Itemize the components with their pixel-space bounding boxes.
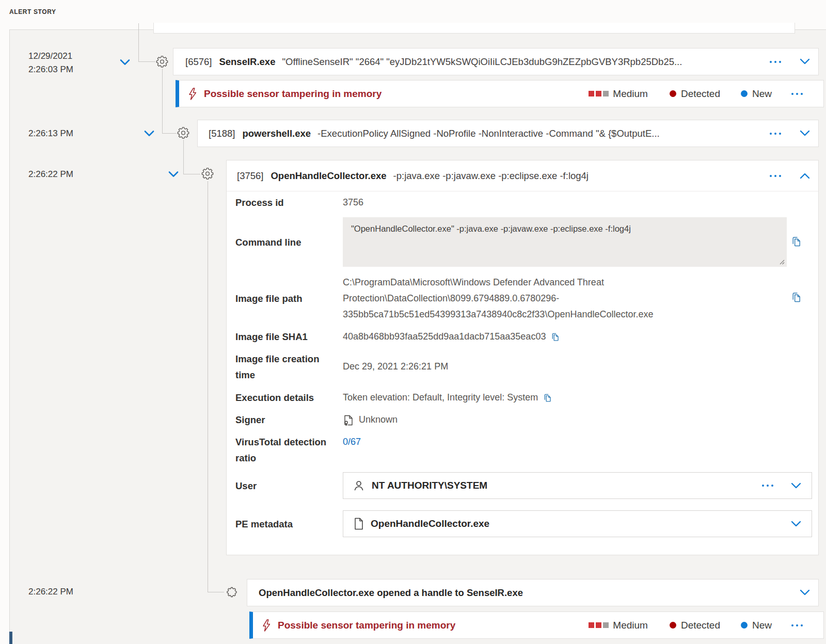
- collapse-chevron-icon[interactable]: [168, 171, 179, 178]
- event-title-text: OpenHandleCollector.exe opened a handle …: [259, 587, 523, 599]
- detail-value: Dec 29, 2021 2:26:21 PM: [343, 359, 448, 375]
- pe-metadata-row[interactable]: OpenHandleCollector.exe: [343, 510, 812, 537]
- process-name: SenseIR.exe: [219, 56, 275, 68]
- process-name: powershell.exe: [242, 128, 311, 139]
- detail-value: Unknown: [343, 412, 398, 428]
- panel-title: ALERT STORY: [9, 8, 56, 15]
- detail-label: Execution details: [235, 390, 314, 406]
- lightning-icon: [186, 87, 199, 101]
- process-card-senseir[interactable]: [6576] SenseIR.exe "OfflineSenseIR" "266…: [173, 48, 819, 75]
- process-title-row[interactable]: [3756] OpenHandleCollector.exe -p:java.e…: [227, 160, 818, 191]
- lightning-icon: [260, 619, 273, 632]
- detail-label: Command line: [235, 234, 301, 250]
- alert-status-cluster: Medium Detected New: [589, 620, 823, 631]
- certificate-icon: [343, 414, 354, 426]
- chevron-down-icon[interactable]: [791, 482, 801, 489]
- tree-connector: [208, 181, 208, 592]
- detail-value: 3756: [343, 195, 363, 211]
- detected-dot-icon: [670, 90, 676, 97]
- more-options-icon[interactable]: [791, 93, 803, 95]
- panel-splitter[interactable]: [9, 632, 12, 644]
- detection-status-label: Detected: [681, 620, 720, 631]
- investigation-state-label: New: [752, 620, 772, 631]
- alert-title: Possible sensor tampering in memory: [278, 620, 455, 631]
- command-line-textarea[interactable]: "OpenHandleCollector.exe" -p:java.exe -p…: [343, 217, 787, 267]
- alert-row[interactable]: Possible sensor tampering in memory Medi…: [176, 80, 824, 107]
- chevron-down-icon[interactable]: [791, 521, 801, 527]
- signer-value: Unknown: [359, 412, 398, 428]
- process-gear-icon: [177, 126, 190, 139]
- detail-label: Image file creation time: [235, 351, 339, 383]
- more-options-icon[interactable]: [770, 133, 781, 135]
- chevron-down-icon[interactable]: [800, 58, 810, 65]
- process-gear-icon: [155, 55, 169, 68]
- timestamp: 2:26:22 PM: [28, 169, 73, 180]
- process-gear-icon: [201, 167, 214, 180]
- process-id-bracket: [3756]: [237, 170, 263, 182]
- tree-connector: [183, 140, 184, 174]
- tree-connector: [162, 69, 163, 134]
- resize-handle[interactable]: [778, 258, 785, 265]
- process-name: OpenHandleCollector.exe: [271, 170, 386, 182]
- process-args: -p:java.exe -p:javaw.exe -p:eclipse.exe …: [393, 170, 589, 182]
- process-id-bracket: [6576]: [185, 56, 212, 68]
- detail-value: C:\ProgramData\Microsoft\Windows Defende…: [343, 275, 740, 323]
- detail-label: Signer: [235, 412, 265, 428]
- timestamp: 2:26:22 PM: [28, 587, 73, 597]
- collapse-chevron-icon[interactable]: [120, 59, 130, 66]
- severity-label: Medium: [613, 88, 648, 100]
- tree-connector: [208, 592, 224, 592]
- process-args: "OfflineSenseIR" "2664" "eyJDb21tYW5kSWQ…: [282, 56, 682, 68]
- detail-label: Image file path: [235, 291, 303, 307]
- detail-label: User: [235, 478, 257, 494]
- process-card-collector-expanded: [3756] OpenHandleCollector.exe -p:java.e…: [226, 160, 819, 555]
- detail-label: PE metadata: [235, 516, 293, 532]
- user-name: NT AUTHORITY\SYSTEM: [372, 480, 487, 491]
- copy-icon[interactable]: [550, 332, 560, 342]
- parent-process-card-partial[interactable]: [153, 23, 795, 34]
- virustotal-ratio-link[interactable]: 0/67: [343, 434, 361, 450]
- severity-squares-icon: [589, 91, 609, 96]
- process-id-bracket: [5188]: [209, 128, 235, 139]
- alert-status-cluster: Medium Detected New: [589, 88, 823, 100]
- alert-story-page: ALERT STORY 12/29/2021 2:26:03 PM 2:26:1…: [0, 0, 826, 644]
- new-dot-icon: [741, 90, 748, 97]
- pe-file-name: OpenHandleCollector.exe: [371, 518, 489, 529]
- timestamp: 2:26:03 PM: [28, 65, 73, 75]
- severity-label: Medium: [613, 620, 648, 631]
- process-args: -ExecutionPolicy AllSigned -NoProfile -N…: [317, 128, 660, 139]
- event-gear-icon: [226, 586, 237, 598]
- timestamp: 2:26:13 PM: [28, 128, 73, 139]
- file-icon: [354, 518, 364, 530]
- severity-squares-icon: [589, 622, 609, 628]
- copy-icon[interactable]: [790, 291, 802, 303]
- sha1-value: 40a8b468bb93faa525dd9aa1dacb715aa35eac03: [343, 329, 546, 345]
- process-title: [3756] OpenHandleCollector.exe -p:java.e…: [237, 170, 770, 182]
- more-options-icon[interactable]: [770, 61, 781, 63]
- user-row[interactable]: NT AUTHORITY\SYSTEM: [343, 472, 812, 499]
- tree-connector: [138, 61, 155, 62]
- copy-icon[interactable]: [543, 393, 552, 403]
- more-options-icon[interactable]: [791, 624, 803, 626]
- event-card-handle-open[interactable]: OpenHandleCollector.exe opened a handle …: [247, 579, 819, 606]
- detail-label: Process id: [235, 195, 284, 211]
- chevron-down-icon[interactable]: [800, 130, 810, 137]
- process-card-powershell[interactable]: [5188] powershell.exe -ExecutionPolicy A…: [197, 120, 819, 147]
- person-icon: [353, 479, 365, 492]
- more-options-icon[interactable]: [770, 175, 781, 177]
- process-title: [6576] SenseIR.exe "OfflineSenseIR" "266…: [185, 56, 770, 68]
- more-options-icon[interactable]: [762, 485, 773, 487]
- collapse-chevron-icon[interactable]: [144, 130, 154, 137]
- tree-connector: [183, 174, 200, 174]
- tree-connector: [162, 133, 177, 134]
- chevron-up-icon[interactable]: [800, 172, 810, 179]
- detection-status-label: Detected: [681, 88, 720, 100]
- copy-icon[interactable]: [790, 235, 802, 247]
- detail-label: VirusTotal detection ratio: [235, 434, 344, 466]
- detail-label: Image file SHA1: [235, 329, 308, 345]
- alert-row[interactable]: Possible sensor tampering in memory Medi…: [249, 611, 824, 639]
- chevron-down-icon[interactable]: [800, 589, 810, 596]
- tree-connector: [138, 23, 139, 62]
- detail-value: Token elevation: Default, Integrity leve…: [343, 390, 552, 406]
- new-dot-icon: [741, 622, 748, 629]
